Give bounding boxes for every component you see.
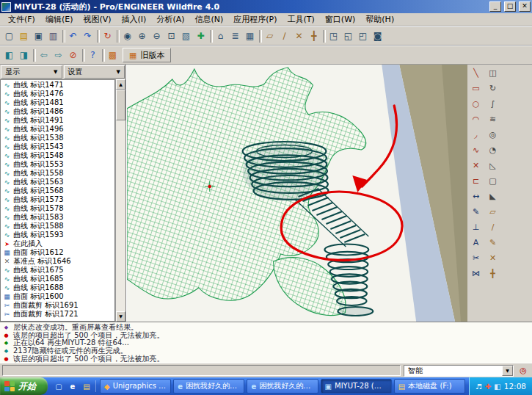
- shaded-display-icon[interactable]: ◙: [371, 29, 385, 43]
- undo-icon[interactable]: ↶: [66, 29, 80, 43]
- taskbar-clock[interactable]: 12:08: [504, 382, 526, 391]
- menu-analysis[interactable]: 分析(A): [151, 12, 189, 26]
- text-tool-icon[interactable]: A: [469, 236, 483, 250]
- shell-tool-icon[interactable]: ▢: [486, 174, 500, 188]
- chamfer-tool-icon[interactable]: ◺: [486, 159, 500, 173]
- saved-views-icon[interactable]: ⌂: [214, 29, 227, 43]
- draft-tool-icon[interactable]: ◣: [486, 189, 500, 203]
- redo-icon[interactable]: ↷: [81, 29, 95, 43]
- no-hidden-display-icon[interactable]: ◰: [356, 29, 370, 43]
- scroll-up-icon[interactable]: ▲: [116, 79, 125, 90]
- task-button-unigraphics[interactable]: ◆ Unigraphics - 无...: [100, 379, 171, 394]
- forward-icon[interactable]: ⇨: [51, 48, 65, 62]
- circle-tool-icon[interactable]: ○: [469, 97, 483, 111]
- back-icon[interactable]: ⇦: [37, 48, 51, 62]
- task-button-proe[interactable]: ▣ MIYUT-28 (活动的)...: [321, 379, 392, 394]
- tree-item[interactable]: ✂ 曲面裁剪 标识1721: [3, 310, 114, 319]
- settings-dropdown-button[interactable]: 设置 ▼: [64, 65, 125, 79]
- maximize-button[interactable]: □: [504, 1, 516, 12]
- wireframe-display-icon[interactable]: ◳: [327, 29, 340, 43]
- menu-tools[interactable]: 工具(T): [283, 12, 320, 26]
- menu-edit[interactable]: 编辑(E): [40, 12, 79, 26]
- trim-tool-icon[interactable]: ✂: [469, 251, 483, 265]
- color-scheme-icon[interactable]: ▩: [106, 48, 120, 62]
- spline-tool-icon[interactable]: ∿: [469, 143, 483, 157]
- datum-axes-toggle-icon[interactable]: ∕: [277, 29, 291, 43]
- repaint-icon[interactable]: ▧: [179, 29, 193, 43]
- open-folder-icon[interactable]: ▤: [17, 29, 31, 43]
- find-target-icon[interactable]: ◎: [517, 365, 530, 377]
- sweep-tool-icon[interactable]: ∫: [486, 97, 500, 111]
- task-button-browser-2[interactable]: e 困扰我好久的一个...: [247, 379, 318, 394]
- print-icon[interactable]: ▥: [46, 29, 60, 43]
- regenerate-icon[interactable]: ↻: [101, 29, 114, 43]
- zoom-in-icon[interactable]: ⊕: [135, 29, 149, 43]
- antivirus-icon[interactable]: ✚: [485, 383, 491, 391]
- context-help-icon[interactable]: ?: [86, 48, 100, 62]
- zoom-out-icon[interactable]: ⊖: [150, 29, 164, 43]
- chevron-down-icon[interactable]: ▼: [502, 366, 513, 376]
- app-icon[interactable]: [1, 2, 11, 12]
- datum-csys-tool-icon[interactable]: ╋: [486, 267, 500, 280]
- round-tool-icon[interactable]: ◔: [486, 143, 500, 157]
- minimize-button[interactable]: _: [489, 1, 501, 12]
- constraint-tool-icon[interactable]: ⊥: [469, 220, 483, 234]
- scrollbar-track[interactable]: [116, 120, 125, 311]
- fillet-tool-icon[interactable]: ◞: [469, 128, 483, 142]
- datum-csys-toggle-icon[interactable]: ╋: [307, 29, 321, 43]
- tree-scrollbar[interactable]: ▲ ▼: [115, 79, 125, 322]
- menu-view[interactable]: 视图(V): [78, 12, 116, 26]
- datum-planes-toggle-icon[interactable]: ▱: [263, 29, 277, 43]
- layers-icon[interactable]: ≣: [228, 29, 242, 43]
- arc-tool-icon[interactable]: ◠: [469, 112, 483, 126]
- new-file-icon[interactable]: ▢: [2, 29, 16, 43]
- rectangle-tool-icon[interactable]: ▭: [469, 81, 483, 95]
- point-tool-icon[interactable]: ✕: [469, 159, 483, 173]
- dimension-tool-icon[interactable]: ↔: [469, 189, 483, 203]
- graphics-viewport[interactable]: [126, 65, 467, 322]
- datum-plane-tool-icon[interactable]: ▱: [486, 205, 500, 219]
- scrollbar-thumb[interactable]: [116, 90, 125, 120]
- stop-icon[interactable]: ⊘: [66, 48, 80, 62]
- blend-tool-icon[interactable]: ≋: [486, 112, 500, 126]
- internet-explorer-icon[interactable]: e: [67, 380, 79, 392]
- show-dropdown-button[interactable]: 显示 ▼: [1, 65, 62, 79]
- line-tool-icon[interactable]: ╲: [469, 66, 483, 80]
- folder-shortcut-icon[interactable]: ▤: [81, 380, 92, 392]
- sketch-tool-icon[interactable]: ✎: [486, 236, 500, 250]
- menu-window[interactable]: 窗口(W): [320, 12, 360, 26]
- close-button[interactable]: ✕: [519, 1, 531, 12]
- view-manager-icon[interactable]: ▦: [243, 29, 257, 43]
- old-version-button[interactable]: ▦ 旧版本: [123, 48, 171, 62]
- search-icon[interactable]: ◉: [120, 29, 134, 43]
- modify-tool-icon[interactable]: ✎: [469, 205, 483, 219]
- scroll-down-icon[interactable]: ▼: [116, 311, 125, 322]
- datum-points-toggle-icon[interactable]: ✕: [292, 29, 306, 43]
- revolve-tool-icon[interactable]: ↻: [486, 81, 500, 95]
- show-desktop-icon[interactable]: ▢: [53, 380, 65, 392]
- task-button-browser-1[interactable]: e 困扰我好久的一个...: [173, 379, 244, 394]
- browser-toggle-icon[interactable]: ◨: [17, 48, 31, 62]
- hidden-line-display-icon[interactable]: ◱: [341, 29, 355, 43]
- spin-center-icon[interactable]: ✚: [194, 29, 208, 43]
- menu-insert[interactable]: 插入(I): [117, 12, 152, 26]
- navigator-toggle-icon[interactable]: ◧: [2, 48, 16, 62]
- refit-icon[interactable]: ⊡: [164, 29, 178, 43]
- menu-help[interactable]: 帮助(H): [360, 12, 399, 26]
- message-bullet-icon: ●: [3, 333, 10, 338]
- save-icon[interactable]: ▣: [32, 29, 45, 43]
- volume-icon[interactable]: ♬: [475, 383, 482, 391]
- menu-info[interactable]: 信息(N): [190, 12, 229, 26]
- menu-applications[interactable]: 应用程序(P): [228, 12, 282, 26]
- use-edge-tool-icon[interactable]: ⊏: [469, 174, 483, 188]
- datum-axis-tool-icon[interactable]: ∕: [486, 220, 500, 234]
- datum-point-tool-icon[interactable]: ✕: [486, 251, 500, 265]
- extrude-tool-icon[interactable]: ◫: [486, 66, 500, 80]
- menu-file[interactable]: 文件(F): [3, 12, 40, 26]
- hole-tool-icon[interactable]: ◎: [486, 128, 500, 142]
- network-icon[interactable]: ◧: [494, 383, 500, 391]
- selection-filter-combo[interactable]: 智能 ▼: [404, 365, 514, 377]
- start-button[interactable]: 开始: [0, 377, 48, 395]
- mirror-tool-icon[interactable]: ⋈: [469, 267, 483, 280]
- task-button-disk[interactable]: ▤ 本地磁盘 (F:): [394, 379, 465, 394]
